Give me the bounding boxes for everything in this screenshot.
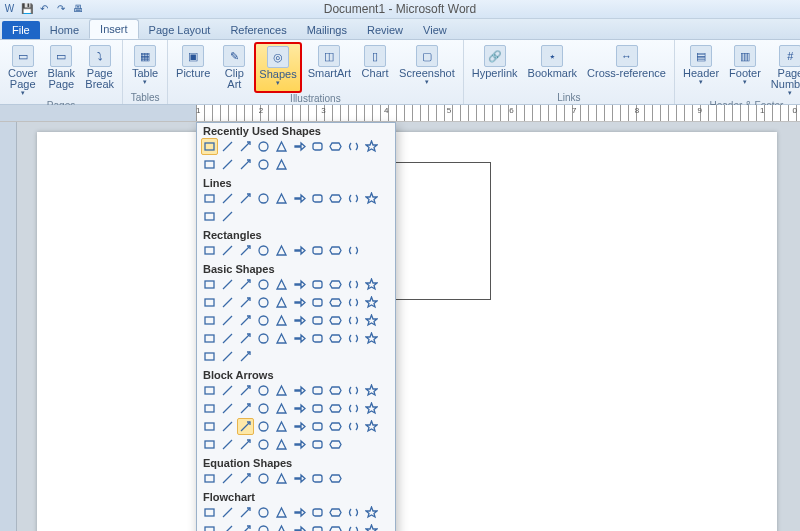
shape-item[interactable] — [237, 382, 254, 399]
shape-item[interactable] — [255, 470, 272, 487]
shape-item[interactable] — [363, 504, 380, 521]
shape-item[interactable] — [273, 190, 290, 207]
shape-item[interactable] — [201, 400, 218, 417]
shape-item[interactable] — [345, 138, 362, 155]
bookmark-button[interactable]: ⭑Bookmark — [524, 42, 582, 82]
shape-item[interactable] — [309, 190, 326, 207]
shape-item[interactable] — [219, 330, 236, 347]
shape-item[interactable] — [291, 382, 308, 399]
shape-item[interactable] — [219, 138, 236, 155]
shape-item[interactable] — [327, 504, 344, 521]
shape-item[interactable] — [201, 522, 218, 531]
shape-item[interactable] — [291, 470, 308, 487]
shape-item[interactable] — [309, 470, 326, 487]
shape-item[interactable] — [327, 276, 344, 293]
shape-item[interactable] — [201, 312, 218, 329]
shape-item[interactable] — [291, 242, 308, 259]
shape-item[interactable] — [273, 470, 290, 487]
shape-item[interactable] — [201, 348, 218, 365]
shape-item[interactable] — [219, 470, 236, 487]
shape-item[interactable] — [345, 190, 362, 207]
shape-item[interactable] — [327, 294, 344, 311]
save-icon[interactable]: 💾 — [19, 1, 34, 16]
shape-item[interactable] — [219, 400, 236, 417]
shape-item[interactable] — [237, 470, 254, 487]
shape-item[interactable] — [363, 276, 380, 293]
shape-item[interactable] — [345, 522, 362, 531]
shapes-gallery-dropdown[interactable]: Recently Used ShapesLinesRectanglesBasic… — [196, 122, 396, 531]
shape-item[interactable] — [255, 312, 272, 329]
shape-item[interactable] — [237, 156, 254, 173]
print-icon[interactable]: 🖶 — [70, 1, 85, 16]
shape-item[interactable] — [327, 400, 344, 417]
shape-item[interactable] — [237, 418, 254, 435]
shape-item[interactable] — [309, 382, 326, 399]
shape-item[interactable] — [219, 348, 236, 365]
shape-item[interactable] — [273, 382, 290, 399]
shape-item[interactable] — [255, 330, 272, 347]
shape-item[interactable] — [309, 400, 326, 417]
shape-item[interactable] — [273, 138, 290, 155]
shape-item[interactable] — [219, 276, 236, 293]
shape-item[interactable] — [291, 504, 308, 521]
shape-item[interactable] — [363, 138, 380, 155]
shape-item[interactable] — [201, 504, 218, 521]
shape-item[interactable] — [309, 418, 326, 435]
hyperlink-button[interactable]: 🔗Hyperlink — [468, 42, 522, 82]
shape-item[interactable] — [327, 382, 344, 399]
shape-item[interactable] — [273, 276, 290, 293]
shape-item[interactable] — [201, 208, 218, 225]
shape-item[interactable] — [237, 242, 254, 259]
shape-item[interactable] — [219, 156, 236, 173]
shape-item[interactable] — [237, 190, 254, 207]
shape-item[interactable] — [255, 400, 272, 417]
shape-item[interactable] — [219, 208, 236, 225]
shape-item[interactable] — [201, 156, 218, 173]
shape-item[interactable] — [237, 312, 254, 329]
footer-button[interactable]: ▥Footer▾ — [725, 42, 765, 100]
chart-button[interactable]: ▯Chart — [357, 42, 393, 93]
page[interactable] — [37, 132, 777, 531]
shape-item[interactable] — [255, 294, 272, 311]
shape-item[interactable] — [237, 436, 254, 453]
shape-item[interactable] — [237, 330, 254, 347]
shape-item[interactable] — [201, 276, 218, 293]
shape-item[interactable] — [327, 470, 344, 487]
shape-item[interactable] — [345, 382, 362, 399]
shape-item[interactable] — [237, 138, 254, 155]
shape-item[interactable] — [363, 330, 380, 347]
shape-item[interactable] — [327, 312, 344, 329]
shape-item[interactable] — [327, 138, 344, 155]
shape-item[interactable] — [201, 436, 218, 453]
shape-item[interactable] — [273, 156, 290, 173]
shape-item[interactable] — [309, 436, 326, 453]
smartart-button[interactable]: ◫SmartArt — [304, 42, 355, 93]
picture-button[interactable]: ▣Picture — [172, 42, 214, 93]
shape-item[interactable] — [255, 418, 272, 435]
shape-item[interactable] — [291, 418, 308, 435]
shape-item[interactable] — [201, 418, 218, 435]
clip-art-button[interactable]: ✎ClipArt — [216, 42, 252, 93]
shape-item[interactable] — [309, 312, 326, 329]
shape-item[interactable] — [219, 522, 236, 531]
shape-item[interactable] — [255, 156, 272, 173]
shape-item[interactable] — [291, 276, 308, 293]
shape-item[interactable] — [273, 418, 290, 435]
shape-item[interactable] — [327, 436, 344, 453]
shape-item[interactable] — [219, 242, 236, 259]
shape-item[interactable] — [327, 190, 344, 207]
tab-review[interactable]: Review — [357, 21, 413, 39]
shape-item[interactable] — [363, 522, 380, 531]
shape-item[interactable] — [309, 330, 326, 347]
tab-page-layout[interactable]: Page Layout — [139, 21, 221, 39]
undo-icon[interactable]: ↶ — [36, 1, 51, 16]
tab-insert[interactable]: Insert — [89, 19, 139, 39]
shape-item[interactable] — [327, 418, 344, 435]
shape-item[interactable] — [201, 330, 218, 347]
shape-item[interactable] — [309, 522, 326, 531]
shape-item[interactable] — [309, 276, 326, 293]
shape-item[interactable] — [255, 242, 272, 259]
shape-item[interactable] — [237, 504, 254, 521]
shape-item[interactable] — [255, 138, 272, 155]
shapes-button[interactable]: ◎Shapes▾ — [254, 42, 301, 93]
